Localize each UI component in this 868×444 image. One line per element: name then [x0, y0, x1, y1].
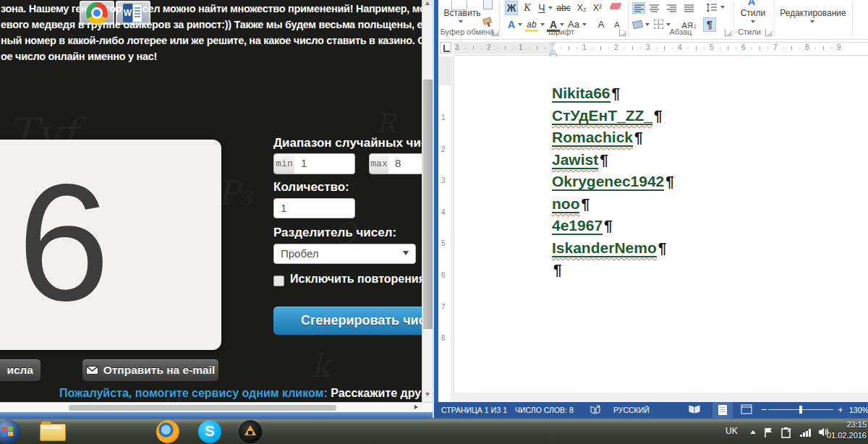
word-taskbar-button[interactable]: W	[116, 1, 150, 25]
read-mode-icon[interactable]	[689, 404, 700, 415]
align-center-button[interactable]	[650, 2, 660, 11]
proofing-icon[interactable]	[590, 405, 602, 416]
hanging-indent-marker[interactable]	[549, 48, 556, 53]
document-line[interactable]: 4e1967¶	[552, 215, 674, 238]
language-indicator[interactable]: РУССКИЙ	[613, 406, 650, 414]
document-line[interactable]: СтУдЕнТ_ZZ_¶	[552, 106, 674, 128]
ruler-tick	[473, 46, 474, 50]
document-line[interactable]: Romachick¶	[552, 127, 674, 150]
pilcrow-mark: ¶	[604, 217, 613, 234]
tab-selector[interactable]	[440, 42, 451, 54]
borders-caret[interactable]	[666, 23, 671, 26]
ruler-tick	[624, 48, 625, 48]
scroll-up-button[interactable]	[422, 0, 433, 7]
align-justify-button[interactable]	[684, 2, 694, 11]
group-clipboard-label: Буфер обмена	[438, 27, 496, 36]
scrollbar-thumb[interactable]	[69, 405, 336, 411]
align-right-button[interactable]	[667, 2, 677, 11]
send-email-button[interactable]: Отправить на e-mail	[82, 359, 219, 382]
browser-vertical-scrollbar[interactable]	[422, 0, 433, 402]
first-line-indent-marker[interactable]	[549, 43, 556, 48]
italic-button[interactable]: К	[521, 1, 534, 15]
ruler-tick	[760, 46, 760, 50]
paragraph-line: ный номер в какой-либо лотерее или же ре…	[1, 33, 422, 48]
tray-language-indicator[interactable]: UK	[726, 426, 738, 436]
superscript-button[interactable]: X²	[590, 1, 605, 15]
zoom-level[interactable]: 130%	[849, 406, 868, 414]
zoom-in-button[interactable]: +	[838, 404, 843, 415]
document-line[interactable]: Okrygenec1942¶	[552, 171, 674, 194]
editing-caret[interactable]	[810, 20, 814, 23]
word-count[interactable]: ЧИСЛО СЛОВ: 8	[515, 406, 574, 414]
document-line[interactable]: Jawist¶	[552, 150, 674, 172]
text-effects-button[interactable]: А	[505, 17, 518, 32]
ruler-tick	[831, 48, 832, 48]
document-line[interactable]: noo¶	[552, 194, 674, 216]
ruler-number: 2	[487, 43, 491, 51]
max-input[interactable]: 8	[388, 153, 422, 174]
underline-button[interactable]: Ч	[535, 1, 548, 15]
generate-button[interactable]: Сгенерировать числа	[273, 307, 422, 335]
highlight-caret[interactable]	[540, 23, 545, 26]
min-input[interactable]: 1	[294, 153, 355, 174]
document-line[interactable]: ¶	[552, 260, 674, 282]
font-color-caret[interactable]	[560, 23, 564, 26]
skype-icon[interactable]: S	[198, 420, 221, 443]
browser-horizontal-scrollbar[interactable]	[0, 402, 433, 412]
print-layout-button[interactable]	[712, 402, 733, 418]
scroll-down-button[interactable]	[425, 393, 430, 396]
document-line[interactable]: Nikita66¶	[552, 83, 674, 106]
page-indicator[interactable]: СТРАНИЦА 1 ИЗ 1	[441, 406, 507, 414]
line-spacing-caret[interactable]	[720, 6, 725, 9]
ruler-number: 2	[614, 43, 618, 51]
show-hidden-icons-button[interactable]	[750, 430, 756, 434]
pilcrow-mark: ¶	[634, 129, 643, 145]
paste-button[interactable]: Вставить	[441, 6, 483, 20]
text-effects-caret[interactable]	[518, 23, 522, 26]
document-line[interactable]: IskanderNemo¶	[552, 238, 674, 260]
styles-caret[interactable]	[751, 20, 755, 23]
action-center-flag-icon[interactable]	[764, 427, 773, 438]
ruler-tick	[592, 48, 593, 48]
line-spacing-button[interactable]	[706, 2, 719, 11]
editing-button[interactable]: Редактирование	[775, 6, 851, 20]
web-layout-icon[interactable]	[741, 404, 752, 415]
scroll-right-button[interactable]	[414, 405, 418, 409]
tray-clipboard-icon[interactable]	[781, 427, 791, 438]
subscript-button[interactable]: X₂	[574, 1, 589, 15]
exclude-checkbox[interactable]	[273, 276, 284, 286]
format-painter-icon[interactable]	[482, 17, 492, 27]
shading-icon[interactable]	[632, 19, 643, 28]
explorer-icon[interactable]	[40, 422, 66, 441]
separator-select[interactable]: Пробел	[273, 244, 416, 264]
copy-icon[interactable]	[483, 0, 493, 9]
styles-button[interactable]: Стили	[733, 6, 773, 20]
zoom-slider-thumb[interactable]	[799, 406, 802, 414]
grow-font-button[interactable]: А	[595, 17, 608, 32]
firefox-icon[interactable]	[156, 420, 179, 443]
scrollbar-thumb[interactable]	[423, 80, 433, 329]
strikethrough-button[interactable]: abc	[554, 1, 573, 15]
align-left-button[interactable]	[632, 2, 645, 14]
bold-button[interactable]: Ж	[505, 1, 518, 15]
chrome-taskbar-button[interactable]	[80, 1, 114, 25]
styles-dialog-launcher[interactable]	[765, 29, 773, 36]
change-case-caret[interactable]	[582, 23, 587, 26]
aimp-icon[interactable]	[239, 420, 262, 443]
share-link[interactable]: Пожалуйста, помогите сервису одним клико…	[59, 387, 328, 399]
ruler-tick	[752, 48, 752, 48]
underline-dropdown-caret[interactable]	[548, 7, 553, 9]
screen: TyfP₃Qm:/WkR зона. Нашему генератору чис…	[0, 0, 868, 444]
clipboard-dialog-launcher[interactable]	[492, 29, 499, 36]
count-input[interactable]: 1	[273, 198, 355, 218]
paste-dropdown-caret[interactable]	[459, 20, 463, 23]
clear-formatting-icon[interactable]	[609, 3, 621, 9]
copy-numbers-button[interactable]: исла	[0, 359, 41, 382]
zoom-out-button[interactable]: −	[761, 404, 767, 415]
background-glyph: k	[311, 347, 331, 384]
font-dialog-launcher[interactable]	[619, 29, 626, 36]
taskbar-clock[interactable]: 23:15 01.02.2016	[809, 419, 867, 441]
document-page[interactable]: Nikita66¶СтУдЕнТ_ZZ_¶Romachick¶Jawist¶Ok…	[454, 56, 868, 393]
shading-caret[interactable]	[645, 23, 650, 26]
paragraph-dialog-launcher[interactable]	[725, 29, 732, 36]
